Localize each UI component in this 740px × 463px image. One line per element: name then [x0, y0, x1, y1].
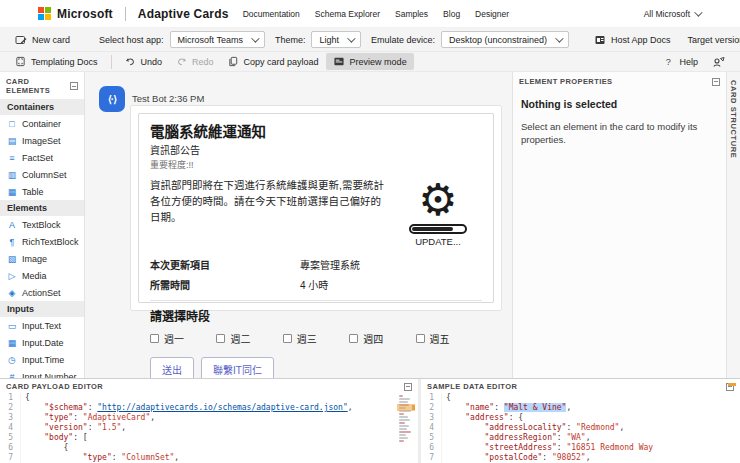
- code-line[interactable]: 5 "body": [: [0, 433, 418, 443]
- card-payload-editor[interactable]: CARD PAYLOAD EDITOR 1{2 "$schema": "http…: [0, 379, 418, 463]
- sidebar-item-input-number[interactable]: #Input.Number: [0, 368, 84, 378]
- templating-docs-button[interactable]: Templating Docs: [8, 53, 105, 70]
- card-title[interactable]: 電腦系統維運通知: [150, 123, 482, 141]
- copy-card-payload-button[interactable]: Copy card payload: [221, 53, 326, 70]
- sender-timestamp: Test Bot 2:36 PM: [132, 93, 204, 104]
- checkbox-icon[interactable]: [150, 334, 159, 343]
- choice-3[interactable]: 週三: [283, 331, 349, 346]
- host-app-docs-button[interactable]: Host App Docs: [587, 31, 678, 49]
- sidebar-item-imageset[interactable]: ▤ImageSet: [0, 132, 84, 149]
- card-image[interactable]: ⚙ UPDATE...: [394, 178, 482, 247]
- checkbox-icon[interactable]: [349, 334, 358, 343]
- code-line[interactable]: 5 "addressRegion": "WA",: [421, 433, 740, 443]
- undo-button[interactable]: Undo: [118, 53, 170, 70]
- code-line[interactable]: 3 "type": "AdaptiveCard",: [0, 413, 418, 423]
- actionset-icon: ◈: [7, 288, 17, 298]
- nav-link-samples[interactable]: Samples: [395, 9, 428, 19]
- sample-code[interactable]: 1{2 "name": "Malt & Vine",3 "address": {…: [421, 393, 740, 463]
- chevron-down-icon: [251, 34, 259, 42]
- sidebar-item-input-date[interactable]: ▦Input.Date: [0, 334, 84, 351]
- adaptive-card[interactable]: 電腦系統維運通知 資訊部公告 重要程度:!! 資訊部門即將在下週進行系統維護與更…: [138, 113, 494, 303]
- choice-5[interactable]: 週五: [416, 331, 482, 346]
- code-line[interactable]: 2 "name": "Malt & Vine",: [421, 403, 740, 413]
- code-line[interactable]: 3 "address": {: [421, 413, 740, 423]
- help-button[interactable]: ? Help: [656, 53, 705, 70]
- element-properties-title: ELEMENT PROPERTIES: [519, 77, 612, 86]
- host-app-select[interactable]: Microsoft Teams: [170, 31, 265, 48]
- sidebar-item-media[interactable]: ▷Media: [0, 267, 84, 284]
- card-importance[interactable]: 重要程度:!!: [150, 158, 482, 171]
- nav-divider: [125, 7, 126, 21]
- target-version-label: Target version:: [688, 35, 740, 45]
- card-action-button-1[interactable]: 送出: [150, 357, 194, 378]
- code-line[interactable]: 7 "type": "ColumnSet",: [0, 453, 418, 463]
- nothing-selected-heading: Nothing is selected: [513, 90, 726, 110]
- checkbox-icon[interactable]: [216, 334, 225, 343]
- code-text: "$schema": "http://adaptivecards.io/sche…: [20, 403, 353, 413]
- line-number: 1: [421, 393, 441, 403]
- checkbox-icon[interactable]: [416, 334, 425, 343]
- feedback-button[interactable]: [705, 53, 732, 71]
- sidebar-item-label: RichTextBlock: [22, 237, 79, 247]
- card-structure-strip[interactable]: CARD STRUCTURE: [726, 72, 740, 378]
- minimap[interactable]: [399, 395, 415, 459]
- card-action-button-2[interactable]: 聯繫IT同仁: [201, 357, 274, 378]
- payload-code[interactable]: 1{2 "$schema": "http://adaptivecards.io/…: [0, 393, 418, 463]
- redo-button[interactable]: Redo: [169, 53, 221, 70]
- microsoft-logo-icon[interactable]: [38, 7, 51, 20]
- sidebar-item-container[interactable]: □Container: [0, 115, 84, 132]
- sidebar-item-richtextblock[interactable]: ¶RichTextBlock: [0, 233, 84, 250]
- sidebar-item-input-time[interactable]: ◷Input.Time: [0, 351, 84, 368]
- sidebar-item-actionset[interactable]: ◈ActionSet: [0, 284, 84, 301]
- choice-4[interactable]: 週四: [349, 331, 415, 346]
- choice-label: 週四: [363, 331, 383, 346]
- collapse-panel-icon[interactable]: [712, 78, 720, 86]
- sidebar-item-textblock[interactable]: ATextBlock: [0, 216, 84, 233]
- card-preview-canvas[interactable]: ⟨·⟩ Test Bot 2:36 PM 電腦系統維運通知 資訊部公告 重要程度…: [85, 72, 512, 378]
- card-body-text[interactable]: 資訊部門即將在下週進行系統維護與更新,需要統計各位方便的時間。請在今天下班前選擇…: [150, 178, 394, 247]
- card-elements-title: CARD ELEMENTS: [6, 77, 70, 95]
- code-line[interactable]: 1{: [0, 393, 418, 403]
- nav-link-blog[interactable]: Blog: [443, 9, 460, 19]
- fact-row[interactable]: 所需時間4 小時: [150, 274, 482, 294]
- nav-link-documentation[interactable]: Documentation: [243, 9, 300, 19]
- collapse-panel-icon[interactable]: [404, 383, 412, 391]
- sample-data-editor[interactable]: SAMPLE DATA EDITOR 1{2 "name": "Malt & V…: [418, 379, 740, 463]
- checkbox-icon[interactable]: [283, 334, 292, 343]
- choice-2[interactable]: 週二: [216, 331, 282, 346]
- collapse-panel-icon[interactable]: [70, 82, 78, 90]
- microsoft-wordmark[interactable]: Microsoft: [57, 7, 113, 21]
- device-select[interactable]: Desktop (unconstrained): [441, 31, 569, 48]
- choose-label[interactable]: 請選擇時段: [150, 307, 482, 324]
- choice-label: 週五: [430, 331, 450, 346]
- sidebar-item-factset[interactable]: ≡FactSet: [0, 149, 84, 166]
- new-card-button[interactable]: New card: [8, 31, 77, 49]
- sidebar-item-image[interactable]: ▧Image: [0, 250, 84, 267]
- brand-title[interactable]: Adaptive Cards: [138, 7, 229, 21]
- code-line[interactable]: 4 "version": "1.5",: [0, 423, 418, 433]
- sidebar-item-columnset[interactable]: ▥ColumnSet: [0, 166, 84, 183]
- columnset-icon: ▥: [7, 170, 17, 180]
- preview-icon: [333, 56, 345, 67]
- line-number: 6: [421, 443, 441, 453]
- selection-hint: Select an element in the card to modify …: [513, 110, 726, 147]
- nav-link-schema-explorer[interactable]: Schema Explorer: [315, 9, 380, 19]
- code-line[interactable]: 6 {: [0, 443, 418, 453]
- choice-1[interactable]: 週一: [150, 331, 216, 346]
- card-subtitle[interactable]: 資訊部公告: [150, 142, 482, 157]
- fact-row[interactable]: 本次更新項目專案管理系統: [150, 254, 482, 274]
- sidebar-item-input-text[interactable]: ▭Input.Text: [0, 317, 84, 334]
- richtextblock-icon: ¶: [7, 237, 17, 247]
- code-line[interactable]: 6 "streetAddress": "16851 Redmond Way: [421, 443, 740, 453]
- sidebar-item-table[interactable]: ▦Table: [0, 183, 84, 200]
- all-microsoft-menu[interactable]: All Microsoft: [644, 9, 700, 19]
- line-number: 2: [0, 403, 20, 413]
- code-line[interactable]: 2 "$schema": "http://adaptivecards.io/sc…: [0, 403, 418, 413]
- nav-link-designer[interactable]: Designer: [475, 9, 509, 19]
- code-line[interactable]: 7 "postalCode": "98052",: [421, 453, 740, 463]
- theme-label: Theme:: [275, 35, 306, 45]
- theme-select[interactable]: Light: [311, 31, 361, 48]
- code-line[interactable]: 4 "addressLocality": "Redmond",: [421, 423, 740, 433]
- code-line[interactable]: 1{: [421, 393, 740, 403]
- preview-mode-toggle[interactable]: Preview mode: [326, 53, 414, 70]
